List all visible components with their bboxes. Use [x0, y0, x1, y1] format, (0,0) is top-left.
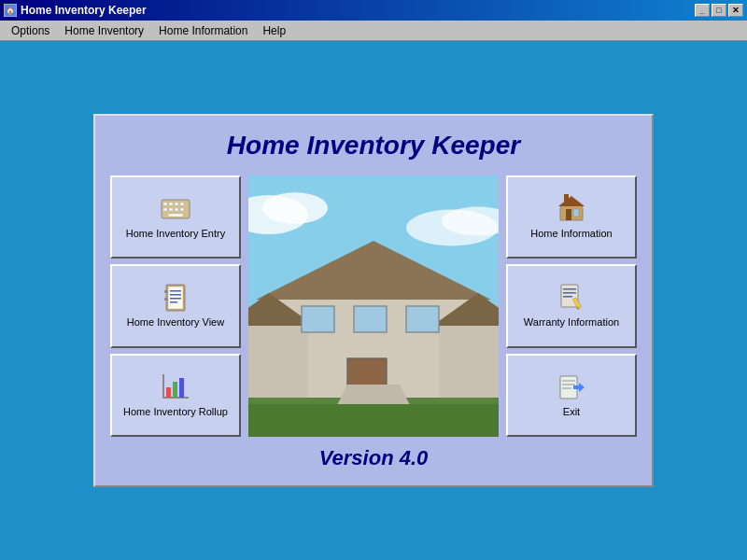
svg-rect-40 — [248, 404, 499, 437]
exit-button[interactable]: Exit — [506, 354, 637, 437]
svg-rect-58 — [562, 384, 575, 385]
menu-bar: Options Home Inventory Home Information … — [0, 21, 747, 41]
main-panel: Home Inventory Keeper — [93, 114, 654, 487]
exit-label: Exit — [563, 406, 580, 418]
svg-rect-16 — [164, 290, 168, 293]
window-controls: _ □ ✕ — [695, 4, 743, 17]
house-image — [248, 175, 499, 437]
svg-rect-9 — [168, 214, 183, 217]
svg-rect-1 — [163, 203, 167, 205]
svg-rect-4 — [180, 203, 184, 205]
svg-rect-46 — [566, 209, 571, 220]
svg-marker-48 — [558, 196, 585, 206]
menu-home-information[interactable]: Home Information — [151, 22, 255, 39]
content-row: Home Inventory Entry — [110, 175, 637, 437]
svg-rect-13 — [170, 294, 181, 296]
svg-rect-59 — [562, 387, 571, 389]
keyboard-icon — [161, 194, 190, 224]
svg-rect-57 — [562, 380, 575, 382]
svg-rect-14 — [170, 298, 181, 300]
menu-options[interactable]: Options — [4, 22, 57, 39]
app-icon: 🏠 — [4, 4, 17, 17]
svg-rect-22 — [179, 378, 184, 398]
version-text: Version 4.0 — [319, 446, 429, 470]
svg-rect-49 — [564, 194, 569, 202]
svg-rect-7 — [175, 208, 178, 211]
right-button-group: Home Information W — [506, 175, 637, 437]
inventory-entry-label: Home Inventory Entry — [126, 228, 225, 240]
house-photo — [248, 175, 499, 437]
svg-rect-31 — [248, 319, 308, 398]
window-title: Home Inventory Keeper — [21, 4, 147, 17]
house2-icon — [557, 194, 586, 224]
inventory-rollup-label: Home Inventory Rollup — [123, 406, 228, 418]
svg-rect-36 — [354, 306, 387, 332]
minimize-button[interactable]: _ — [695, 4, 710, 17]
svg-rect-15 — [170, 301, 177, 303]
exit-icon — [557, 372, 586, 402]
window-content: Home Inventory Keeper — [0, 41, 747, 560]
close-button[interactable]: ✕ — [728, 4, 743, 17]
svg-rect-35 — [302, 306, 334, 332]
home-information-button[interactable]: Home Information — [506, 175, 637, 259]
svg-rect-17 — [164, 298, 168, 301]
svg-rect-33 — [439, 319, 499, 398]
app-title: Home Inventory Keeper — [227, 131, 520, 161]
svg-rect-5 — [163, 208, 167, 211]
maximize-button[interactable]: □ — [712, 4, 726, 17]
menu-help[interactable]: Help — [255, 22, 293, 39]
svg-rect-53 — [563, 296, 572, 298]
warranty-icon — [557, 283, 586, 313]
svg-rect-2 — [169, 203, 173, 205]
svg-rect-37 — [406, 306, 439, 332]
home-inventory-rollup-button[interactable]: Home Inventory Rollup — [110, 354, 241, 437]
title-bar: 🏠 Home Inventory Keeper _ □ ✕ — [0, 0, 747, 21]
menu-home-inventory[interactable]: Home Inventory — [57, 22, 151, 39]
svg-rect-6 — [169, 208, 173, 211]
home-info-label: Home Information — [530, 228, 612, 240]
svg-rect-19 — [162, 374, 164, 399]
svg-rect-47 — [573, 209, 579, 217]
home-inventory-view-button[interactable]: Home Inventory View — [110, 264, 241, 347]
home-inventory-entry-button[interactable]: Home Inventory Entry — [110, 175, 241, 259]
svg-rect-20 — [166, 387, 171, 398]
svg-rect-52 — [563, 292, 576, 294]
left-button-group: Home Inventory Entry — [110, 175, 241, 437]
svg-rect-3 — [175, 203, 178, 205]
binder-icon — [161, 283, 190, 313]
svg-point-25 — [262, 192, 328, 224]
svg-marker-61 — [579, 383, 585, 392]
svg-rect-21 — [173, 382, 177, 398]
warranty-info-label: Warranty Information — [524, 316, 619, 329]
inventory-view-label: Home Inventory View — [127, 316, 224, 329]
svg-rect-12 — [170, 290, 181, 292]
chart-icon — [161, 372, 190, 402]
warranty-information-button[interactable]: Warranty Information — [506, 264, 637, 347]
svg-rect-51 — [563, 288, 576, 290]
svg-rect-8 — [180, 208, 184, 211]
